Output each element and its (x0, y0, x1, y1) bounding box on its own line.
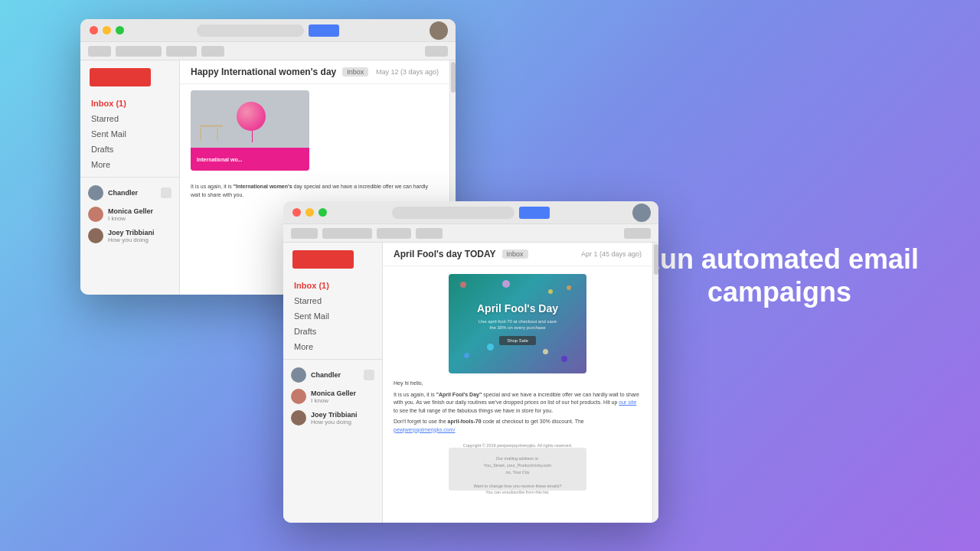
email-main-2: April Fool's day TODAY Inbox Apr 1 (45 d… (383, 243, 652, 523)
close-icon-2[interactable] (292, 208, 301, 217)
email-date-1: May 12 (3 days ago) (376, 68, 439, 76)
april-fools-banner: April Fool's Day Use april-fool-70 at ch… (449, 274, 586, 373)
email-body-paragraph-1: It is us again, it is "International wom… (191, 183, 439, 199)
shop-sale-button[interactable]: Shop Sale (499, 336, 536, 345)
maximize-icon[interactable] (116, 26, 124, 34)
search-button-2[interactable] (519, 207, 550, 219)
contact-name-monica-1: Monica Geller (108, 207, 172, 215)
sidebar-item-starred-1[interactable]: Starred (80, 111, 179, 126)
sidebar-2: Inbox (1) Starred Sent Mail Drafts More … (283, 243, 383, 523)
toolbar-btn-5[interactable] (425, 46, 448, 57)
contact-name-joey-2: Joey Tribbiani (311, 411, 374, 419)
womens-banner-text: International wo... (197, 157, 243, 162)
toolbar-btn2-1[interactable] (291, 228, 318, 239)
minimize-icon-2[interactable] (305, 208, 314, 217)
email-body-text-2: Hey hi hello, It is us again, it is "Apr… (383, 373, 652, 443)
scrollbar-thumb-2[interactable] (654, 244, 658, 275)
greeting: Hey hi hello, (394, 380, 642, 388)
sidebar-item-more-2[interactable]: More (283, 339, 382, 354)
avatar-chandler-2 (291, 367, 306, 383)
sidebar-item-starred-2[interactable]: Starred (283, 293, 382, 308)
sidebar-item-more-1[interactable]: More (80, 157, 179, 172)
subject-text-2: April Fool's day TODAY (394, 249, 496, 259)
contact-joey-1[interactable]: Joey Tribbiani How you doing (80, 225, 179, 246)
email-subject-row-2: April Fool's day TODAY Inbox Apr 1 (45 d… (383, 243, 652, 266)
search-input-2[interactable] (392, 207, 514, 219)
contact-badge-chandler-2 (364, 370, 374, 380)
contact-monica-1[interactable]: Monica Geller I know (80, 204, 179, 225)
toolbar-2 (283, 224, 658, 243)
contact-name-chandler-2: Chandler (311, 371, 359, 379)
contact-name-joey-1: Joey Tribbiani (108, 229, 172, 236)
toolbar-btn-1[interactable] (88, 46, 111, 57)
confetti-dot-8 (543, 349, 548, 354)
toolbar-btn2-5[interactable] (624, 228, 651, 239)
search-button[interactable] (309, 24, 339, 37)
sidebar-item-inbox-1[interactable]: Inbox (1) (80, 96, 179, 111)
confetti-dot-5 (561, 356, 567, 362)
confetti-dot-1 (460, 282, 466, 288)
toolbar-btn-4[interactable] (201, 46, 224, 57)
sidebar-item-inbox-2[interactable]: Inbox (1) (283, 278, 382, 293)
contact-badge-chandler-1 (161, 187, 172, 198)
contact-monica-2[interactable]: Monica Geller I know (283, 386, 382, 407)
avatar[interactable] (430, 21, 448, 40)
email-subject-row-1: Happy International women's day Inbox Ma… (180, 60, 449, 84)
compose-button-1[interactable] (90, 68, 151, 86)
avatar-joey-1 (88, 228, 103, 243)
footer-text: Copyright © 2019 pewjwerpqolmerjqks. All… (457, 439, 579, 499)
contact-name-monica-2: Monica Geller (311, 390, 374, 397)
confetti-dot-2 (548, 289, 553, 294)
contact-name-chandler-1: Chandler (108, 189, 156, 197)
subject-text-1: Happy International women's day (191, 67, 336, 77)
toolbar-btn-3[interactable] (166, 46, 197, 57)
contact-joey-2[interactable]: Joey Tribbiani How you doing (283, 407, 382, 429)
avatar-monica-1 (88, 207, 103, 222)
balloon-icon (237, 102, 267, 139)
chair-icon (200, 116, 227, 146)
confetti-dot-3 (502, 280, 510, 288)
minimize-icon[interactable] (103, 26, 111, 34)
maximize-icon-2[interactable] (318, 208, 327, 217)
toolbar-btn2-4[interactable] (416, 228, 443, 239)
email-body-2: Inbox (1) Starred Sent Mail Drafts More … (283, 243, 658, 523)
promo-line1: Run automated email (640, 243, 919, 276)
contact-preview-joey-2: How you doing (311, 419, 374, 425)
compose-button-2[interactable] (292, 250, 354, 269)
promo-line2: campaigns (640, 276, 919, 308)
confetti-dot-4 (464, 353, 469, 358)
april-banner-sub: Use april-fool-70 at checkout and saveth… (479, 318, 557, 331)
inbox-badge-1: Inbox (342, 67, 368, 77)
toolbar-btn2-3[interactable] (377, 228, 411, 239)
scrollbar-2[interactable] (652, 243, 658, 523)
avatar-2[interactable] (632, 204, 651, 222)
sidebar-item-drafts-1[interactable]: Drafts (80, 142, 179, 157)
email-content-2[interactable]: April Fool's Day Use april-fool-70 at ch… (383, 266, 652, 523)
search-input[interactable] (197, 24, 304, 37)
search-area (197, 24, 339, 37)
body-paragraph-1: It is us again, it is "April Fool's Day"… (394, 391, 642, 416)
contact-chandler-1[interactable]: Chandler (80, 182, 179, 204)
email-window-2: Inbox (1) Starred Sent Mail Drafts More … (283, 201, 658, 523)
avatar-chandler-1 (88, 185, 103, 201)
toolbar-btn-2[interactable] (116, 46, 162, 57)
avatar-monica-2 (291, 389, 306, 404)
contact-chandler-2[interactable]: Chandler (283, 364, 382, 386)
inbox-badge-2: Inbox (502, 249, 528, 259)
avatar-joey-2 (291, 410, 306, 425)
email-footer-banner: Copyright © 2019 pewjwerpqolmerjqks. All… (449, 448, 586, 491)
window-chrome-1 (80, 19, 456, 42)
scrollbar-thumb-1[interactable] (451, 62, 456, 93)
sidebar-1: Inbox (1) Starred Sent Mail Drafts More … (80, 60, 180, 295)
toolbar-btn2-2[interactable] (322, 228, 372, 239)
sidebar-item-sentmail-2[interactable]: Sent Mail (283, 308, 382, 324)
womens-banner-pink: International wo... (191, 148, 309, 171)
contact-preview-joey-1: How you doing (108, 236, 172, 243)
sidebar-item-drafts-2[interactable]: Drafts (283, 324, 382, 339)
body-paragraph-2: Don't forget to use the april-fools-70 c… (394, 418, 642, 434)
email-date-2: Apr 1 (45 days ago) (581, 250, 642, 258)
sidebar-divider-1 (80, 177, 179, 178)
sidebar-item-sentmail-1[interactable]: Sent Mail (80, 126, 179, 142)
close-icon[interactable] (90, 26, 98, 34)
toolbar-1 (80, 42, 456, 60)
